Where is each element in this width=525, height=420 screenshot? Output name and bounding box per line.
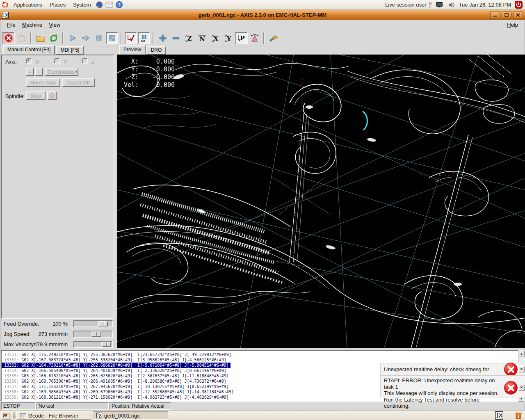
preview-canvas[interactable]: X:0.000 Y:-0.000 Z:-0.000 Vel:0.000: [117, 55, 525, 348]
rotate-icon: [250, 33, 260, 43]
trash-applet-icon[interactable]: [514, 411, 523, 420]
spindle-brake-button[interactable]: [47, 91, 57, 100]
open-file-button[interactable]: [34, 32, 47, 44]
axis-radio-x[interactable]: X: [26, 58, 39, 65]
volume-tray-icon[interactable]: [447, 1, 456, 9]
block-delete-toggle[interactable]: [125, 32, 137, 44]
optional-stop-toggle[interactable]: M1: [138, 32, 150, 44]
gcode-line-selected[interactable]: 13353: G02 X[-164.730210*#5+#8] Y[-262.6…: [2, 363, 231, 368]
tab-manual-control[interactable]: Manual Control [F3]: [3, 45, 55, 55]
view-perspective-button[interactable]: P: [235, 32, 248, 44]
minimize-button[interactable]: [490, 11, 500, 19]
tab-mdi[interactable]: MDI [F5]: [56, 46, 84, 55]
rotate-view-button[interactable]: [249, 32, 261, 44]
display-tray-icon[interactable]: [435, 1, 444, 9]
file-browser-icon: [20, 413, 26, 418]
dismiss-notification-button[interactable]: ×: [518, 366, 525, 372]
pause-button[interactable]: [93, 32, 105, 44]
session-user-label[interactable]: Live session user: [385, 2, 426, 8]
max-velocity-slider[interactable]: [73, 341, 113, 348]
error-icon: [504, 363, 518, 376]
axis-label: Axis:: [5, 59, 17, 65]
notification-text: Run the Latency Test and resolve before …: [384, 397, 502, 409]
open-folder-icon: [36, 34, 46, 43]
menu-machine[interactable]: Machine: [19, 21, 46, 29]
mail-launcher-icon[interactable]: [105, 1, 114, 9]
spindle-stop-button[interactable]: Stop: [26, 91, 46, 100]
task-label: Gcode - File Browser: [28, 413, 78, 419]
feed-override-slider[interactable]: [73, 320, 113, 327]
status-estop: ESTOP: [1, 402, 36, 410]
panel-handle[interactable]: [429, 2, 432, 8]
tray-axis-icon[interactable]: [495, 411, 503, 420]
slider-handle[interactable]: [101, 342, 111, 347]
applications-menu[interactable]: Applications: [10, 2, 46, 8]
spindle-label: Spindle:: [5, 93, 25, 99]
radio-y[interactable]: [54, 58, 60, 64]
svg-text:P: P: [240, 34, 244, 42]
firefox-launcher-icon[interactable]: [95, 1, 104, 9]
zoom-out-button[interactable]: [170, 32, 182, 44]
jog-speed-value: 273 mm/min: [38, 331, 68, 337]
view-x-button[interactable]: X: [209, 32, 221, 44]
window-titlebar[interactable]: gerb_0001.ngc - AXIS 2.3.0 on EMC-HAL-ST…: [0, 10, 525, 20]
clear-plot-button[interactable]: [267, 32, 280, 44]
jog-minus-button[interactable]: -: [26, 68, 34, 76]
radio-x[interactable]: [26, 58, 32, 64]
gcode-line[interactable]: 13351: G02 X[-175.249210*#5+#8] Y[-255.3…: [2, 351, 524, 357]
estop-button[interactable]: [2, 32, 15, 44]
task-label: gerb_0001.ngc: [104, 413, 140, 419]
menu-help[interactable]: Help: [504, 21, 521, 29]
logout-button[interactable]: [514, 1, 523, 9]
stop-button[interactable]: [106, 32, 118, 44]
scroll-up-arrow[interactable]: ▲: [519, 351, 525, 356]
axis-radio-z[interactable]: Z: [82, 58, 95, 65]
system-menu[interactable]: System: [69, 2, 94, 8]
view-z-button[interactable]: Z: [183, 32, 195, 44]
zoom-in-icon: [158, 34, 167, 43]
step-button[interactable]: [80, 32, 92, 44]
status-position: Position: Relative Actual: [110, 402, 171, 410]
help-launcher-icon[interactable]: ?: [114, 1, 123, 9]
touch-off-button[interactable]: Touch Off: [62, 78, 95, 87]
radio-z[interactable]: [82, 58, 88, 64]
show-desktop-button[interactable]: [1, 411, 11, 420]
view-y-button[interactable]: Y: [222, 32, 235, 44]
reload-file-button[interactable]: [48, 32, 60, 44]
view-z-icon: Z: [185, 34, 194, 43]
close-button[interactable]: [513, 11, 523, 19]
jog-mode-dropdown[interactable]: Continuous ▼: [45, 68, 78, 76]
task-file-browser[interactable]: Gcode - File Browser: [16, 411, 91, 420]
max-velocity-value: 479.9 mm/min: [34, 341, 68, 347]
view-z2-button[interactable]: N: [196, 32, 208, 44]
home-axis-button[interactable]: Home Axis: [26, 78, 60, 87]
gcode-line[interactable]: 13352: G02 X[-167.383774*#5+#8] Y[-255.3…: [2, 357, 524, 363]
toolbar-separator: [121, 32, 122, 44]
zoom-in-button[interactable]: [157, 32, 169, 44]
tab-dro[interactable]: DRO: [146, 46, 167, 55]
menu-view[interactable]: View: [46, 21, 64, 29]
tab-preview[interactable]: Preview: [119, 45, 146, 55]
taskbar-handle[interactable]: [13, 412, 16, 419]
places-menu[interactable]: Places: [46, 2, 69, 8]
show-desktop-icon: [3, 413, 9, 418]
task-axis-window[interactable]: gerb_0001.ngc: [93, 411, 168, 420]
window-title: gerb_0001.ngc - AXIS 2.3.0 on EMC-HAL-ST…: [0, 12, 525, 18]
svg-text:Y: Y: [226, 35, 231, 42]
slider-handle[interactable]: [98, 321, 108, 326]
svg-text:?: ?: [118, 2, 121, 7]
menu-file[interactable]: File: [4, 21, 19, 29]
toolbar-separator: [263, 32, 265, 44]
slider-handle[interactable]: [91, 331, 101, 337]
run-button[interactable]: [66, 32, 79, 44]
axis-radio-y[interactable]: Y: [54, 58, 67, 65]
jog-speed-slider[interactable]: [73, 331, 113, 338]
maximize-button[interactable]: [502, 11, 511, 19]
clock[interactable]: Tue Jan 26, 12:08 PM: [459, 2, 511, 8]
machine-power-button[interactable]: [16, 32, 28, 44]
jog-plus-button[interactable]: +: [35, 68, 43, 76]
manual-control-panel: Axis: X Y Z - + Continuous ▼ Home Axis T…: [1, 55, 114, 319]
dismiss-notification-button[interactable]: ×: [518, 385, 525, 391]
ubuntu-logo-icon[interactable]: [0, 1, 9, 9]
preview-notebook-tabs: Preview DRO: [119, 46, 166, 55]
